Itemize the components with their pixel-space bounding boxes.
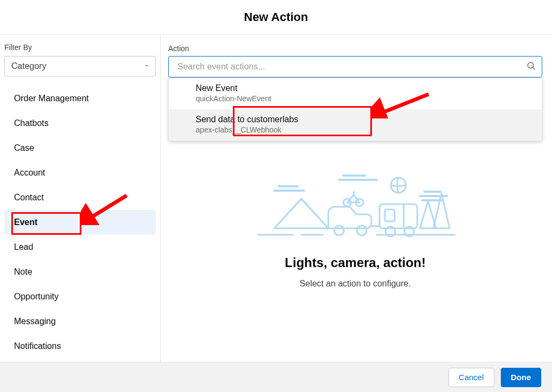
modal-body: Filter By Category Order ManagementChatb… bbox=[0, 34, 552, 362]
action-dropdown-item[interactable]: Send data to customerlabsapex-clabs__CLW… bbox=[169, 109, 542, 141]
sidebar-category-label: Contact bbox=[14, 193, 44, 202]
sidebar-category-label: Notifications bbox=[14, 341, 61, 351]
sidebar-category-item[interactable]: Case bbox=[4, 136, 156, 160]
action-search-wrap bbox=[168, 56, 542, 78]
sidebar-category-item[interactable]: Messaging bbox=[4, 309, 156, 334]
svg-point-0 bbox=[528, 62, 534, 68]
filter-category-value: Category bbox=[11, 61, 46, 71]
sidebar-category-item[interactable]: Notifications bbox=[4, 334, 156, 359]
action-dropdown-item-sub: quickAction-NewEvent bbox=[196, 94, 515, 103]
empty-state-heading: Lights, camera, action! bbox=[285, 255, 425, 270]
sidebar-category-label: Order Management bbox=[14, 94, 89, 103]
svg-line-1 bbox=[533, 67, 534, 69]
sidebar-category-label: Case bbox=[14, 143, 34, 153]
sidebar-category-item[interactable]: Lead bbox=[4, 235, 156, 260]
chevron-down-icon bbox=[143, 61, 150, 71]
sidebar-category-label: Chatbots bbox=[14, 118, 49, 128]
filter-by-label: Filter By bbox=[4, 43, 156, 52]
action-dropdown-item-sub: apex-clabs__CLWebhook bbox=[196, 125, 515, 134]
empty-state: Lights, camera, action! Select an action… bbox=[168, 174, 542, 289]
sidebar-category-label: Lead bbox=[14, 242, 33, 252]
svg-point-7 bbox=[357, 226, 367, 235]
main-panel: Action New EventquickAction-NewEventSend… bbox=[161, 34, 552, 362]
action-dropdown: New EventquickAction-NewEventSend data t… bbox=[168, 78, 542, 141]
sidebar-category-label: Account bbox=[14, 168, 45, 178]
svg-point-6 bbox=[334, 226, 344, 235]
sidebar-category-label: Opportunity bbox=[14, 292, 59, 302]
sidebar-category-item[interactable]: Chatbots bbox=[4, 111, 156, 136]
sidebar-category-item[interactable]: Event bbox=[4, 210, 156, 235]
empty-state-subtext: Select an action to configure. bbox=[300, 279, 411, 289]
search-icon bbox=[526, 61, 536, 73]
sidebar-category-label: Note bbox=[14, 267, 32, 277]
action-dropdown-item-title: Send data to customerlabs bbox=[196, 115, 515, 124]
empty-state-illustration-icon bbox=[242, 174, 468, 244]
action-search-input[interactable] bbox=[168, 56, 542, 78]
sidebar-category-item[interactable]: Account bbox=[4, 160, 156, 185]
sidebar-category-item[interactable]: Note bbox=[4, 260, 156, 284]
sidebar-category-label: Messaging bbox=[14, 317, 56, 326]
sidebar-category-item[interactable]: Order Management bbox=[4, 86, 156, 111]
sidebar-category-label: Event bbox=[14, 218, 38, 227]
done-button[interactable]: Done bbox=[501, 368, 542, 387]
filter-category-select[interactable]: Category bbox=[4, 56, 156, 76]
svg-rect-3 bbox=[385, 209, 395, 221]
modal-title: New Action bbox=[244, 10, 308, 24]
action-dropdown-item-title: New Event bbox=[196, 83, 515, 93]
modal-header: New Action bbox=[0, 0, 552, 34]
sidebar-category-item[interactable]: Contact bbox=[4, 185, 156, 210]
sidebar-category-item[interactable]: Opportunity bbox=[4, 284, 156, 309]
cancel-button[interactable]: Cancel bbox=[448, 368, 494, 387]
category-list: Order ManagementChatbotsCaseAccountConta… bbox=[4, 86, 156, 359]
sidebar: Filter By Category Order ManagementChatb… bbox=[0, 34, 161, 362]
action-dropdown-item[interactable]: New EventquickAction-NewEvent bbox=[169, 78, 542, 109]
action-field-label: Action bbox=[168, 44, 542, 53]
modal-footer: Cancel Done bbox=[0, 362, 552, 392]
